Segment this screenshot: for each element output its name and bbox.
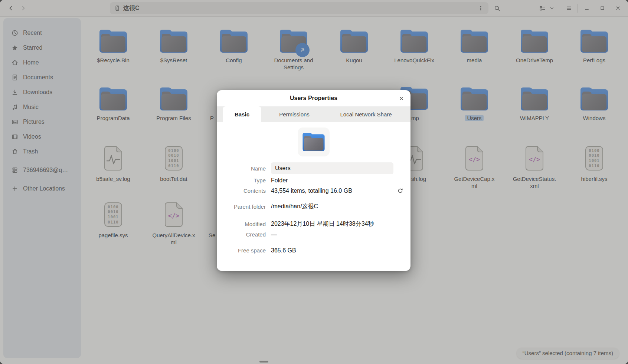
folder-icon (580, 87, 608, 110)
item-label: ProgramData (97, 115, 130, 122)
search-icon (494, 5, 500, 11)
sidebar-item-downloads[interactable]: Downloads (6, 85, 78, 100)
minimize-button[interactable] (580, 2, 593, 14)
properties-dialog: Users Properties Basic Permissions Local… (217, 90, 411, 271)
location-menu-button[interactable] (476, 3, 485, 13)
online-account-icon (12, 167, 18, 173)
pictures-icon (12, 119, 18, 125)
grid-item-hiberfil-sys[interactable]: 0100 0010 1001 0110 hiberfil.sys (572, 142, 616, 183)
sidebar-item-label: Starred (23, 44, 42, 51)
binary-file-icon: 0100 0010 1001 0110 (164, 145, 184, 171)
maximize-button[interactable] (596, 2, 609, 14)
grid-item-programdata[interactable]: ProgramData (91, 82, 135, 122)
grid-item-lenovoquickfix[interactable]: LenovoQuickFix (392, 24, 436, 64)
grid-item-wimapply[interactable]: WIMAPPLY (512, 82, 557, 122)
grid-item-getdevicestatus-xml[interactable]: </> GetDeviceStatus.xml (512, 142, 557, 190)
grid-item-program-files[interactable]: Program Files (151, 82, 196, 122)
sidebar-item-music[interactable]: Music (6, 100, 78, 115)
folder-icon (461, 87, 488, 110)
sidebar-item-pictures[interactable]: Pictures (6, 115, 78, 129)
created-label: Created (217, 231, 266, 238)
name-input[interactable] (271, 162, 393, 174)
hamburger-icon (566, 5, 572, 11)
binary-glyph: 0100 0010 1001 0110 (164, 145, 184, 171)
tab-permissions[interactable]: Permissions (261, 106, 327, 122)
refresh-button[interactable] (396, 186, 405, 195)
close-window-button[interactable] (612, 2, 624, 14)
sidebar-item-label: Downloads (23, 89, 52, 96)
grid-item-windows[interactable]: Windows (572, 82, 616, 122)
item-label-fragment[interactable]: P (210, 115, 214, 121)
chevron-down-icon (549, 6, 555, 11)
item-label-fragment[interactable]: sh.log (411, 176, 426, 182)
sidebar-item-starred[interactable]: Starred (6, 40, 78, 55)
sidebar-item-recent[interactable]: Recent (6, 26, 78, 40)
xml-file-icon: </> (164, 202, 184, 228)
sidebar-item-home[interactable]: Home (6, 55, 78, 70)
dialog-tab-bar: Basic Permissions Local Network Share (217, 106, 411, 122)
folder-icon (521, 30, 548, 53)
grid-item-kugou[interactable]: Kugou (332, 24, 376, 64)
tab-basic[interactable]: Basic (223, 106, 261, 122)
item-label-fragment[interactable]: Se (209, 232, 215, 238)
name-label: Name (217, 165, 266, 172)
dialog-body: Name Type Folder Contents 43,554 items, … (217, 128, 411, 255)
videos-icon (12, 133, 18, 140)
tab-local-network-share[interactable]: Local Network Share (327, 106, 411, 122)
symlink-emblem-icon (295, 43, 310, 57)
folder-icon (280, 30, 307, 53)
free-space-label: Free space (217, 247, 266, 254)
search-button[interactable] (491, 2, 503, 14)
sidebar-item-other-locations[interactable]: Other Locations (6, 181, 78, 196)
item-label: bootTel.dat (160, 176, 187, 183)
folder-icon (160, 30, 187, 53)
list-view-icon (539, 5, 546, 11)
grid-item-recycle-bin[interactable]: $Recycle.Bin (91, 24, 135, 64)
grid-item-users[interactable]: Users (452, 82, 497, 122)
dialog-title: Users Properties (290, 95, 337, 102)
sidebar-item-online-account[interactable]: 736946693@q… (6, 163, 78, 178)
horizontal-scrollbar-thumb[interactable] (259, 361, 268, 363)
grid-item-boottel-dat[interactable]: 0100 0010 1001 0110 bootTel.dat (151, 142, 196, 183)
item-label-fragment[interactable]: mp (411, 115, 419, 121)
grid-item-media[interactable]: media (452, 24, 497, 64)
grid-item-documents-and-settings[interactable]: Documents and Settings (271, 24, 316, 71)
grid-item-perflogs[interactable]: PerfLogs (572, 24, 616, 64)
headerbar: 这很C (0, 0, 628, 17)
sidebar-item-documents[interactable]: Documents (6, 70, 78, 85)
close-icon (399, 96, 404, 101)
downloads-icon (12, 89, 18, 96)
dialog-close-button[interactable] (396, 93, 407, 104)
view-toggle-button[interactable] (531, 2, 562, 14)
sidebar-item-videos[interactable]: Videos (6, 129, 78, 144)
grid-item-sysreset[interactable]: $SysReset (151, 24, 196, 64)
item-label: GetDeviceStatus.xml (512, 176, 557, 190)
folder-icon (461, 30, 488, 53)
sidebar-item-trash[interactable]: Trash (6, 144, 78, 159)
music-icon (12, 104, 18, 110)
selection-status-toast: “Users” selected (containing 7 items) (517, 348, 619, 359)
folder-icon (521, 87, 548, 110)
grid-item-onedrivetemp[interactable]: OneDriveTemp (512, 24, 557, 64)
minimize-icon (584, 5, 590, 11)
sidebar-item-label: Music (23, 104, 39, 110)
forward-button[interactable] (17, 2, 30, 14)
grid-item-config[interactable]: Config (212, 24, 256, 64)
forward-icon (20, 5, 26, 11)
item-label: pagefile.sys (98, 232, 128, 239)
grid-item-b5safe-log[interactable]: b5safe_sv.log (91, 142, 135, 183)
back-icon (8, 5, 14, 11)
dialog-folder-icon-tile (298, 128, 330, 156)
documents-icon (12, 74, 18, 81)
grid-item-getdevicecap-xml[interactable]: </> GetDeviceCap.xml (452, 142, 497, 190)
main-menu-button[interactable] (563, 2, 575, 14)
grid-item-queryalldevice-xml[interactable]: </> QueryAllDevice.xml (151, 199, 196, 246)
recent-icon (12, 30, 18, 36)
back-button[interactable] (4, 2, 17, 14)
created-value: — (271, 231, 277, 238)
grid-item-pagefile-sys[interactable]: 0100 0010 1001 0110 pagefile.sys (91, 199, 135, 239)
maximize-icon (599, 5, 605, 11)
path-bar[interactable]: 这很C (110, 2, 488, 14)
headerbar-separator (578, 4, 578, 13)
sidebar-item-label: Pictures (23, 119, 45, 125)
